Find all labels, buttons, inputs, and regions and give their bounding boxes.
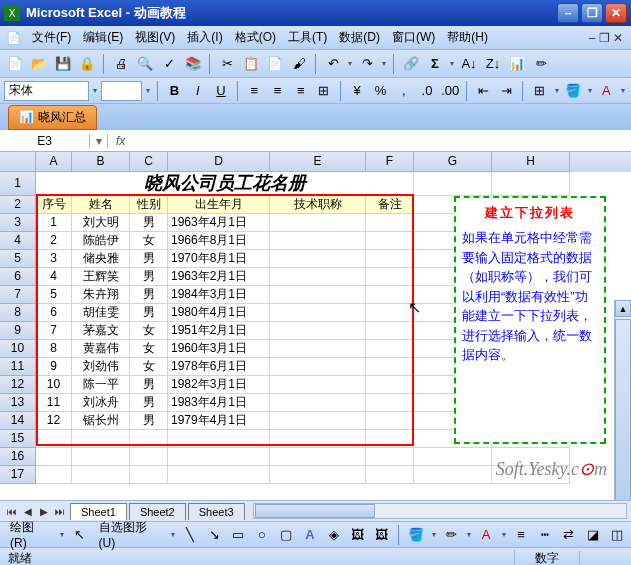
wordart-button[interactable]: A [299, 524, 320, 546]
3d-button[interactable]: ◫ [606, 524, 627, 546]
font-name-select[interactable]: 宋体 [4, 81, 89, 101]
cell[interactable] [270, 448, 366, 466]
cell[interactable]: 茅嘉文 [72, 322, 130, 340]
cell[interactable]: 1978年6月1日 [168, 358, 270, 376]
fill-dropdown[interactable]: ▾ [586, 86, 594, 95]
copy-button[interactable]: 📋 [240, 53, 262, 75]
row-header[interactable]: 9 [0, 322, 36, 340]
cell[interactable]: 男 [130, 286, 168, 304]
textbox-button[interactable]: ▢ [275, 524, 296, 546]
oval-button[interactable]: ○ [252, 524, 273, 546]
align-left-button[interactable]: ≡ [244, 80, 265, 102]
minimize-button[interactable]: – [557, 3, 579, 23]
decrease-decimal-button[interactable]: .00 [440, 80, 461, 102]
font-color-draw-button[interactable]: A [476, 524, 497, 546]
cell[interactable]: 女 [130, 358, 168, 376]
menu-help[interactable]: 帮助(H) [441, 27, 494, 48]
cell[interactable] [168, 430, 270, 448]
cell[interactable]: 1963年4月1日 [168, 214, 270, 232]
row-header[interactable]: 4 [0, 232, 36, 250]
scroll-thumb-h[interactable] [255, 504, 375, 518]
cell[interactable] [130, 466, 168, 484]
cell[interactable]: 储央雅 [72, 250, 130, 268]
select-objects-button[interactable]: ↖ [69, 524, 90, 546]
cell[interactable] [270, 376, 366, 394]
cell[interactable]: 女 [130, 322, 168, 340]
cell[interactable]: 男 [130, 394, 168, 412]
cell[interactable] [270, 232, 366, 250]
cell[interactable] [270, 214, 366, 232]
cell[interactable] [270, 322, 366, 340]
format-painter-button[interactable]: 🖌 [288, 53, 310, 75]
col-header-F[interactable]: F [366, 152, 414, 172]
header-cell[interactable]: 性别 [130, 196, 168, 214]
menu-insert[interactable]: 插入(I) [181, 27, 228, 48]
grid-body[interactable]: 1 晓风公司员工花名册 2 序号 姓名 性别 出生年月 技术职称 备注 31刘大… [0, 172, 631, 484]
sheet-tab-3[interactable]: Sheet3 [188, 503, 245, 520]
header-cell[interactable]: 技术职称 [270, 196, 366, 214]
cell[interactable]: 6 [36, 304, 72, 322]
cell[interactable] [366, 250, 414, 268]
col-header-G[interactable]: G [414, 152, 492, 172]
cell[interactable] [36, 430, 72, 448]
close-button[interactable]: ✕ [605, 3, 627, 23]
hyperlink-button[interactable]: 🔗 [400, 53, 422, 75]
borders-button[interactable]: ⊞ [529, 80, 550, 102]
line-button[interactable]: ╲ [180, 524, 201, 546]
cell[interactable]: 胡佳雯 [72, 304, 130, 322]
cell[interactable] [414, 448, 492, 466]
increase-indent-button[interactable]: ⇥ [496, 80, 517, 102]
cell[interactable] [366, 376, 414, 394]
menu-doc-close[interactable]: – ❐ ✕ [585, 31, 627, 45]
cut-button[interactable]: ✂ [216, 53, 238, 75]
currency-button[interactable]: ¥ [347, 80, 368, 102]
rectangle-button[interactable]: ▭ [228, 524, 249, 546]
cell[interactable] [270, 358, 366, 376]
row-header[interactable]: 6 [0, 268, 36, 286]
cell[interactable] [72, 448, 130, 466]
cell[interactable]: 12 [36, 412, 72, 430]
cell[interactable]: 男 [130, 250, 168, 268]
italic-button[interactable]: I [187, 80, 208, 102]
borders-dropdown[interactable]: ▾ [553, 86, 561, 95]
menu-tools[interactable]: 工具(T) [282, 27, 333, 48]
col-header-A[interactable]: A [36, 152, 72, 172]
name-box-dropdown[interactable]: ▾ [90, 134, 108, 148]
spellcheck-button[interactable]: ✓ [158, 53, 180, 75]
size-dropdown[interactable]: ▾ [144, 86, 152, 95]
cell[interactable] [366, 304, 414, 322]
header-cell[interactable]: 序号 [36, 196, 72, 214]
cell[interactable] [414, 172, 492, 196]
cell[interactable]: 陈一平 [72, 376, 130, 394]
vertical-scrollbar[interactable]: ▲ [614, 300, 631, 500]
cell[interactable]: 男 [130, 412, 168, 430]
cell[interactable] [270, 412, 366, 430]
cell[interactable] [270, 430, 366, 448]
cell[interactable] [270, 250, 366, 268]
font-dropdown[interactable]: ▾ [91, 86, 99, 95]
row-header[interactable]: 2 [0, 196, 36, 214]
row-header[interactable]: 15 [0, 430, 36, 448]
menu-data[interactable]: 数据(D) [333, 27, 386, 48]
cell[interactable] [168, 466, 270, 484]
percent-button[interactable]: % [370, 80, 391, 102]
cell[interactable]: 1970年8月1日 [168, 250, 270, 268]
header-cell[interactable]: 备注 [366, 196, 414, 214]
permission-button[interactable]: 🔒 [76, 53, 98, 75]
bold-button[interactable]: B [164, 80, 185, 102]
autoshapes-menu[interactable]: 自选图形(U) [93, 517, 166, 552]
cell[interactable]: 1 [36, 214, 72, 232]
cell[interactable]: 王辉笑 [72, 268, 130, 286]
font-color-button[interactable]: A [596, 80, 617, 102]
cell[interactable]: 刘劲伟 [72, 358, 130, 376]
scroll-thumb[interactable] [615, 319, 631, 500]
col-header-C[interactable]: C [130, 152, 168, 172]
picture-button[interactable]: 🖼 [371, 524, 392, 546]
cell[interactable] [168, 448, 270, 466]
horizontal-scrollbar[interactable] [253, 503, 627, 519]
research-button[interactable]: 📚 [182, 53, 204, 75]
row-header[interactable]: 5 [0, 250, 36, 268]
cell[interactable]: 男 [130, 304, 168, 322]
draw-menu[interactable]: 绘图(R) [4, 517, 55, 552]
fx-label[interactable]: fx [108, 134, 133, 148]
